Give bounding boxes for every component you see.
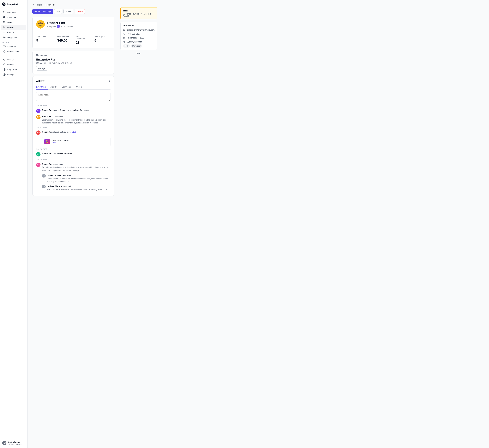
tab-orders[interactable]: Orders [74, 84, 85, 90]
profile-header: 🤠 Robert Fox Company: SaaS Patterns [36, 20, 110, 29]
actor-name: Daniel Thomas [47, 174, 61, 177]
sidebar-item-dashboard[interactable]: Dashboard [1, 15, 26, 20]
note-card-text: Assigned New Project Tasks this Week! [123, 13, 155, 17]
activity-card: Activity Everything Activity Comments Or… [33, 76, 114, 196]
svg-point-1 [3, 11, 5, 13]
sidebar-item-people[interactable]: People [1, 25, 26, 30]
svg-line-14 [5, 65, 5, 65]
right-panel: Note Assigned New Project Tasks this Wee… [117, 4, 160, 196]
sidebar-item-welcome[interactable]: Welcome [1, 10, 26, 15]
delete-button[interactable]: Delete [74, 9, 85, 14]
svg-rect-4 [4, 17, 5, 18]
sidebar-item-label: Payments [7, 45, 16, 48]
activity-date-jun20: Jun 20, 2023 [36, 148, 110, 150]
main-content: People › Robert Fox Send Message Edit Sh… [27, 0, 489, 448]
credit-card-icon [3, 45, 6, 48]
action-text: commented [63, 185, 73, 187]
sidebar-item-search[interactable]: Search [1, 62, 26, 67]
membership-card: Membership Enterprise Plan $99.99 / mo ·… [33, 51, 114, 74]
date-value: November 26, 2023 [127, 37, 144, 39]
comment-text: The purpose of lorem ipsum is to create … [47, 188, 109, 191]
activity-avatar: RF [36, 152, 41, 156]
activity-text: Robert Fox invited Wade Warren [42, 152, 72, 155]
filter-button[interactable] [108, 80, 110, 82]
activity-item-comment1: RF Robert Fox commented Lorem ipsum is p… [36, 115, 110, 124]
sidebar-item-payments[interactable]: Payments [1, 44, 26, 49]
company-label: Company: [47, 25, 56, 28]
stat-label: Total Orders [36, 35, 52, 38]
sidebar-item-label: Settings [7, 73, 15, 76]
search-icon [3, 63, 6, 66]
sub-avatar: KM [42, 185, 46, 188]
sidebar-item-label: Subscriptions [7, 50, 19, 53]
activity-date-jun18: Jun 18, 2023 [36, 159, 110, 161]
note-card: Note Assigned New Project Tasks this Wee… [120, 7, 157, 19]
info-phone: (704) 555-0127 [123, 33, 155, 35]
logo-icon [2, 2, 6, 6]
more-link[interactable]: More [120, 52, 157, 54]
note-input[interactable] [36, 92, 110, 101]
users-icon [3, 26, 6, 29]
sidebar-item-activity[interactable]: Activity [1, 57, 26, 62]
info-email: jackson.graham@example.com [123, 29, 155, 31]
stat-label: Total Projects [94, 35, 108, 38]
order-id[interactable]: #1234 [72, 131, 77, 133]
svg-rect-2 [3, 16, 4, 17]
sidebar-item-reports[interactable]: Reports [1, 30, 26, 35]
activity-avatar: RF [36, 130, 41, 135]
send-message-button[interactable]: Send Message [33, 9, 53, 14]
stat-value: $49.00 [57, 39, 71, 42]
action-text: placed a $9.99 order [53, 131, 72, 133]
billing-section-label: BILLING [0, 40, 27, 44]
svg-point-6 [3, 26, 4, 27]
actor-name: Robert Fox [42, 115, 53, 118]
activity-text-block: Robert Fox placed a $9.99 order #1234 [42, 130, 77, 134]
tab-activity[interactable]: Activity [48, 84, 59, 90]
phone-value: (704) 555-0127 [127, 33, 140, 35]
stat-label: Tasks Completed [76, 35, 90, 40]
stat-value: 23 [76, 41, 90, 45]
sidebar-user-section: KW Kristin Watson kw@saaspatterns.io ··· [0, 438, 27, 448]
grid-icon [3, 16, 6, 18]
sidebar-item-settings[interactable]: Settings [1, 72, 26, 77]
sidebar-item-label: Reports [7, 31, 14, 34]
svg-point-10 [4, 37, 5, 38]
action-text: commented [53, 115, 63, 118]
breadcrumb-separator: › [43, 4, 44, 6]
sidebar-item-subscriptions[interactable]: Subscriptions [1, 49, 26, 54]
activity-avatar: RF [36, 109, 41, 113]
sidebar-item-label: People [7, 26, 13, 29]
share-button[interactable]: Share [63, 9, 73, 14]
stat-value: 5 [94, 39, 108, 42]
stat-label: Lifetime Value [57, 35, 71, 38]
breadcrumb-parent[interactable]: People [36, 4, 42, 6]
actor-name: Robert Fox [42, 109, 53, 111]
sidebar-item-tasks[interactable]: Tasks [1, 20, 26, 25]
manage-button[interactable]: Manage [36, 66, 47, 71]
tab-comments[interactable]: Comments [59, 84, 74, 90]
action-bar: Send Message Edit Share Delete [33, 9, 114, 14]
user-more-button[interactable]: ··· [23, 442, 25, 445]
sidebar-item-label: Help Centre [7, 68, 18, 71]
back-button[interactable] [33, 4, 34, 6]
action-text: commented [62, 174, 72, 177]
sidebar-item-help[interactable]: Help Centre [1, 67, 26, 72]
comment-text: From its medieval origins to the digital… [42, 166, 110, 172]
sidebar-item-integrations[interactable]: Integrations [1, 35, 26, 40]
sidebar-item-label: Dashboard [7, 16, 17, 18]
action-text: moved [53, 109, 60, 111]
current-user[interactable]: KW Kristin Watson kw@saaspatterns.io ··· [0, 440, 27, 447]
order-details: Mesh Gradient Pack $9.99 [52, 139, 70, 144]
edit-button[interactable]: Edit [54, 9, 62, 14]
activity-avatar: RF [36, 115, 41, 119]
action-text: commented [53, 163, 63, 165]
sidebar-item-label: Welcome [7, 11, 16, 13]
order-name: Mesh Gradient Pack [52, 139, 70, 142]
message-icon [34, 10, 37, 13]
invited-person: Wade Warren [59, 153, 72, 155]
check-square-icon [3, 21, 6, 24]
sidebar-item-label: Activity [7, 58, 14, 61]
tab-everything[interactable]: Everything [36, 84, 48, 90]
sub-comment-daniel: DT Daniel Thomas commented Lorem ipsum, … [42, 174, 110, 183]
activity-item-moved: RF Robert Fox moved Dark mode date picke… [36, 109, 110, 113]
